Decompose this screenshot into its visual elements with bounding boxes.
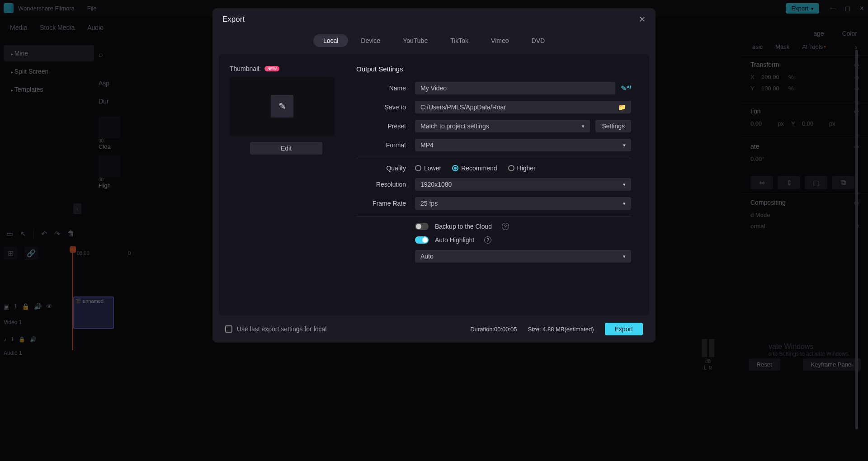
quality-recommend-radio[interactable]: Recommend <box>452 165 497 172</box>
radio-label: Recommend <box>461 165 497 172</box>
use-last-label: Use last export settings for local <box>237 325 326 333</box>
export-destination-tabs: Local Device YouTube TikTok Vimeo DVD <box>212 31 656 54</box>
format-value: MP4 <box>420 141 434 149</box>
edit-pencil-icon: ✎ <box>271 95 293 118</box>
help-icon[interactable]: ? <box>502 223 509 230</box>
thumbnail-label: Thumbnail: <box>230 65 261 72</box>
format-select[interactable]: MP4 ▾ <box>415 139 631 151</box>
backup-cloud-toggle[interactable] <box>415 223 429 230</box>
tab-tiktok[interactable]: TikTok <box>440 34 478 47</box>
edit-thumbnail-button[interactable]: Edit <box>250 142 322 155</box>
preset-value: Match to project settings <box>420 122 489 130</box>
radio-label: Higher <box>517 165 536 172</box>
help-icon[interactable]: ? <box>484 236 491 244</box>
tab-device[interactable]: Device <box>351 34 390 47</box>
framerate-select[interactable]: 25 fps ▾ <box>415 197 631 210</box>
chevron-down-icon: ▾ <box>623 182 626 188</box>
resolution-label: Resolution <box>356 181 415 188</box>
saveto-value: C:/Users/PMLS/AppData/Roar <box>420 103 506 111</box>
new-badge: NEW <box>264 66 279 71</box>
resolution-select[interactable]: 1920x1080 ▾ <box>415 178 631 191</box>
preset-select[interactable]: Match to project settings ▾ <box>415 120 590 132</box>
quality-higher-radio[interactable]: Higher <box>508 165 536 172</box>
output-settings-heading: Output Settings <box>356 65 631 73</box>
tab-youtube[interactable]: YouTube <box>393 34 438 47</box>
export-dialog: Export ✕ Local Device YouTube TikTok Vim… <box>212 8 656 343</box>
saveto-label: Save to <box>356 103 415 111</box>
folder-icon[interactable]: 📁 <box>618 103 626 111</box>
chevron-down-icon: ▾ <box>623 142 626 148</box>
framerate-label: Frame Rate <box>356 200 415 207</box>
scrollbar[interactable] <box>855 50 858 429</box>
dialog-title: Export <box>222 15 245 24</box>
modal-overlay: Export ✕ Local Device YouTube TikTok Vim… <box>0 0 868 461</box>
name-input[interactable]: My Video <box>415 82 615 94</box>
quality-label: Quality <box>356 165 415 172</box>
name-value: My Video <box>420 85 447 92</box>
thumbnail-preview[interactable]: ✎ <box>230 77 335 136</box>
resolution-value: 1920x1080 <box>420 181 452 188</box>
use-last-settings-checkbox[interactable] <box>225 325 232 333</box>
auto-highlight-toggle[interactable] <box>415 236 429 244</box>
chevron-down-icon: ▾ <box>582 123 585 129</box>
auto-highlight-label: Auto Highlight <box>435 236 474 244</box>
tab-local[interactable]: Local <box>313 34 348 47</box>
ai-edit-icon[interactable]: ✎ᴬᴵ <box>621 84 631 93</box>
chevron-down-icon: ▾ <box>623 254 626 259</box>
radio-label: Lower <box>424 165 441 172</box>
backup-label: Backup to the Cloud <box>435 223 492 230</box>
duration-info: Duration:00:00:05 <box>470 326 517 333</box>
auto-highlight-select[interactable]: Auto ▾ <box>415 250 631 263</box>
preset-label: Preset <box>356 122 415 130</box>
name-label: Name <box>356 85 415 92</box>
close-dialog-icon[interactable]: ✕ <box>639 14 646 24</box>
format-label: Format <box>356 141 415 149</box>
quality-lower-radio[interactable]: Lower <box>415 165 441 172</box>
tab-vimeo[interactable]: Vimeo <box>481 34 519 47</box>
saveto-input[interactable]: C:/Users/PMLS/AppData/Roar 📁 <box>415 101 631 113</box>
tab-dvd[interactable]: DVD <box>522 34 555 47</box>
auto-value: Auto <box>420 253 434 260</box>
chevron-down-icon: ▾ <box>623 201 626 207</box>
export-confirm-button[interactable]: Export <box>605 323 643 335</box>
preset-settings-button[interactable]: Settings <box>595 120 631 132</box>
size-info: Size: 4.88 MB(estimated) <box>528 326 594 333</box>
framerate-value: 25 fps <box>420 200 438 207</box>
